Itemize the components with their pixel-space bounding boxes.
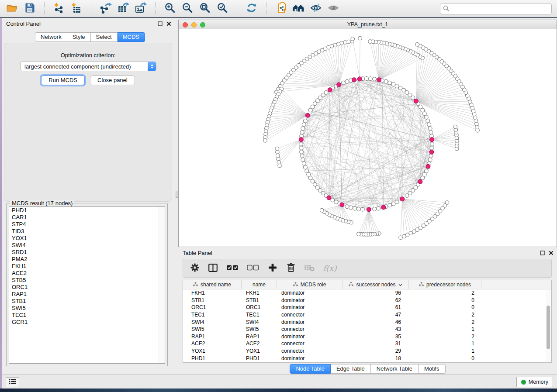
- session-home-button[interactable]: [291, 2, 305, 15]
- mcds-result-item[interactable]: STB5: [9, 277, 165, 284]
- mcds-result-item[interactable]: ACE2: [9, 270, 165, 277]
- network-node[interactable]: [365, 77, 369, 81]
- network-node[interactable]: [320, 208, 324, 212]
- mcds-result-item[interactable]: PMA2: [9, 256, 165, 263]
- network-node[interactable]: [422, 172, 426, 176]
- network-node[interactable]: [307, 172, 311, 176]
- network-node[interactable]: [263, 139, 267, 143]
- network-node[interactable]: [301, 127, 305, 131]
- show-columns-button[interactable]: [207, 262, 219, 274]
- network-node[interactable]: [388, 203, 392, 207]
- mcds-result-list[interactable]: PHD1CAR1STP4TID3YOX1SWI4SRD1PMA2FKH1ACE2…: [9, 206, 165, 364]
- network-node[interactable]: [429, 131, 433, 134]
- float-table-panel-icon[interactable]: [540, 250, 545, 257]
- network-dominator-node[interactable]: [299, 138, 303, 142]
- network-node[interactable]: [424, 115, 428, 119]
- network-node[interactable]: [299, 142, 303, 146]
- mcds-result-item[interactable]: FKH1: [9, 263, 165, 270]
- close-table-panel-icon[interactable]: [549, 250, 554, 257]
- hide-selected-button[interactable]: [309, 2, 323, 15]
- table-settings-button[interactable]: [189, 262, 201, 274]
- mcds-result-item[interactable]: CAR1: [9, 214, 165, 221]
- mcds-result-item[interactable]: PHD1: [9, 207, 165, 214]
- network-node[interactable]: [343, 41, 347, 45]
- network-node[interactable]: [341, 81, 345, 85]
- table-row[interactable]: ORC1ORC1dominator610: [183, 304, 551, 311]
- network-node[interactable]: [388, 81, 392, 85]
- zoom-in-button[interactable]: [163, 2, 177, 15]
- network-node[interactable]: [275, 147, 279, 151]
- network-node[interactable]: [377, 206, 381, 210]
- close-panel-icon[interactable]: [166, 21, 171, 28]
- export-table-button[interactable]: [116, 2, 130, 15]
- export-image-button[interactable]: [134, 2, 148, 15]
- mcds-result-item[interactable]: YOX1: [9, 235, 165, 242]
- table-row[interactable]: YOX1YOX1connector291: [183, 347, 551, 355]
- table-row[interactable]: ACE2ACE2connector311: [183, 340, 551, 347]
- close-panel-button[interactable]: Close panel: [90, 76, 135, 85]
- network-node[interactable]: [426, 119, 430, 123]
- mcds-result-item[interactable]: SRD1: [9, 249, 165, 256]
- network-node[interactable]: [453, 125, 457, 129]
- zoom-fit-button[interactable]: [198, 2, 212, 15]
- network-node[interactable]: [347, 40, 351, 44]
- network-dominator-node[interactable]: [305, 113, 310, 117]
- network-node[interactable]: [373, 77, 377, 81]
- network-node[interactable]: [357, 207, 361, 211]
- run-mcds-button[interactable]: Run MCDS: [41, 76, 85, 85]
- tab-mcds[interactable]: MCDS: [118, 32, 145, 42]
- tab-select[interactable]: Select: [91, 32, 118, 42]
- column-header-name[interactable]: name: [242, 280, 277, 289]
- open-session-button[interactable]: [5, 2, 19, 15]
- network-node[interactable]: [358, 36, 362, 40]
- table-row[interactable]: RAP1RAP1dominator352: [183, 333, 551, 340]
- delete-column-button[interactable]: [285, 262, 297, 274]
- network-node[interactable]: [428, 158, 432, 162]
- float-panel-icon[interactable]: [158, 21, 163, 28]
- network-node[interactable]: [353, 206, 357, 210]
- mcds-result-item[interactable]: GCR1: [9, 319, 165, 326]
- network-node[interactable]: [278, 164, 282, 168]
- criterion-select[interactable]: largest connected component (undirected): [20, 62, 156, 71]
- table-scrollbar[interactable]: [546, 290, 551, 362]
- network-dominator-node[interactable]: [426, 164, 430, 168]
- network-dominator-node[interactable]: [352, 78, 356, 82]
- network-node[interactable]: [391, 202, 395, 206]
- network-dominator-node[interactable]: [367, 207, 371, 212]
- table-scrollbar-thumb[interactable]: [547, 306, 550, 349]
- table-row[interactable]: SWI5SWI5connector431: [183, 326, 551, 333]
- tab-motifs[interactable]: Motifs: [419, 364, 446, 374]
- network-node[interactable]: [299, 146, 303, 150]
- memory-button[interactable]: Memory: [516, 377, 553, 387]
- tab-edge-table[interactable]: Edge Table: [331, 364, 371, 374]
- network-dominator-node[interactable]: [327, 196, 331, 200]
- network-node[interactable]: [398, 86, 402, 90]
- network-node[interactable]: [345, 205, 349, 209]
- mcds-list-scrollbar[interactable]: [159, 207, 165, 363]
- show-all-button[interactable]: [326, 2, 340, 15]
- mcds-result-item[interactable]: SWI5: [9, 305, 165, 312]
- network-dominator-node[interactable]: [340, 203, 344, 207]
- select-all-rows-button[interactable]: [225, 262, 239, 274]
- network-node[interactable]: [302, 123, 306, 127]
- mcds-result-item[interactable]: ORC1: [9, 284, 165, 291]
- network-node[interactable]: [430, 146, 434, 150]
- network-node[interactable]: [430, 142, 434, 146]
- network-dominator-node[interactable]: [381, 205, 386, 210]
- network-dominator-node[interactable]: [414, 99, 418, 103]
- network-node[interactable]: [422, 112, 426, 116]
- network-node[interactable]: [361, 207, 365, 211]
- network-dominator-node[interactable]: [377, 78, 381, 82]
- network-node[interactable]: [429, 154, 433, 158]
- network-node[interactable]: [369, 77, 373, 81]
- network-node[interactable]: [305, 169, 309, 173]
- network-node[interactable]: [301, 158, 305, 162]
- tab-network-table[interactable]: Network Table: [371, 364, 419, 374]
- search-input[interactable]: [440, 3, 552, 14]
- add-column-button[interactable]: [266, 262, 278, 274]
- network-node[interactable]: [424, 169, 428, 173]
- tab-node-table[interactable]: Node Table: [290, 364, 331, 374]
- network-node[interactable]: [303, 119, 307, 123]
- column-header-successor-nodes[interactable]: successor nodes: [343, 280, 409, 289]
- clone-network-button[interactable]: [274, 2, 288, 15]
